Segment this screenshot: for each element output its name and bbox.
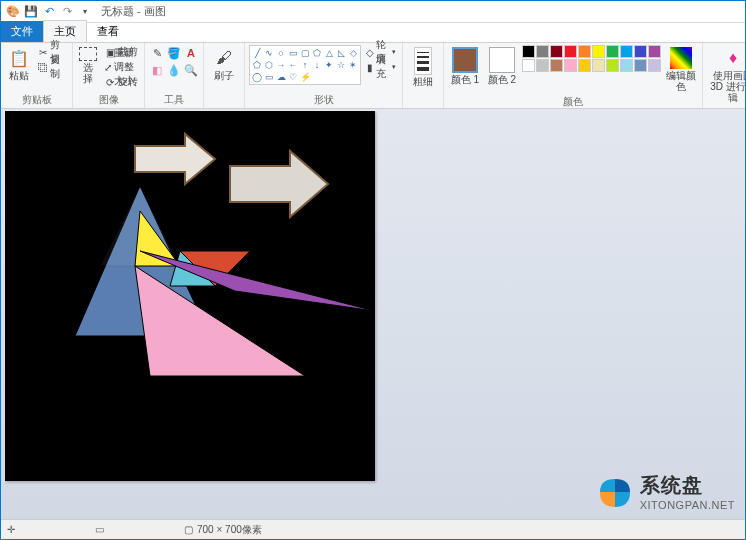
text-tool[interactable]: A — [183, 45, 199, 61]
group-label: 形状 — [314, 93, 334, 107]
color2-button[interactable]: 颜色 2 — [485, 45, 519, 87]
clipboard-icon: 📋 — [8, 47, 30, 69]
palette-color[interactable] — [606, 45, 619, 58]
shape-oval[interactable]: ○ — [275, 47, 287, 59]
watermark-logo — [596, 473, 634, 511]
group-brushes: 🖌 刷子 — [204, 43, 245, 108]
palette-color[interactable] — [592, 59, 605, 72]
shape-pentagon[interactable]: ⬠ — [251, 59, 263, 71]
arrow-2 — [230, 151, 328, 217]
palette-color[interactable] — [522, 59, 535, 72]
select-button[interactable]: 选择 — [77, 45, 99, 86]
palette-color[interactable] — [620, 59, 633, 72]
copy-icon: ⿻ — [38, 61, 48, 73]
group-image: 选择 ▣裁剪 ⤢重新调整大小 ⟳旋转 图像 — [73, 43, 145, 108]
eraser-tool[interactable]: ◧ — [149, 62, 165, 78]
thickness-button[interactable]: 粗细 — [407, 45, 439, 89]
shape-rtriangle[interactable]: ◺ — [335, 47, 347, 59]
shape-lightning[interactable]: ⚡ — [299, 71, 311, 83]
watermark-text: 系统盘 — [640, 472, 735, 499]
color1-swatch — [452, 47, 478, 73]
shape-darrow[interactable]: ↓ — [311, 59, 323, 71]
shape-rarrow[interactable]: → — [275, 59, 287, 71]
palette-color[interactable] — [578, 45, 591, 58]
app-icon: 🎨 — [5, 4, 21, 20]
redo-icon[interactable]: ↷ — [59, 4, 75, 20]
save-icon[interactable]: 💾 — [23, 4, 39, 20]
palette-color[interactable] — [536, 45, 549, 58]
shape-uarrow[interactable]: ↑ — [299, 59, 311, 71]
watermark: 系统盘 XITONGPAN.NET — [596, 472, 735, 511]
shape-line[interactable]: ╱ — [251, 47, 263, 59]
paste-button[interactable]: 📋 粘贴 — [5, 45, 33, 83]
canvas[interactable] — [5, 111, 375, 481]
shape-star5[interactable]: ☆ — [335, 59, 347, 71]
copy-button[interactable]: ⿻复制 — [36, 60, 68, 74]
paint3d-button[interactable]: ♦ 使用画图 3D 进行编辑 — [707, 45, 746, 105]
shape-heart[interactable]: ♡ — [287, 71, 299, 83]
pencil-tool[interactable]: ✎ — [149, 45, 165, 61]
undo-icon[interactable]: ↶ — [41, 4, 57, 20]
shape-rect[interactable]: ▭ — [287, 47, 299, 59]
palette-color[interactable] — [522, 45, 535, 58]
palette-color[interactable] — [564, 59, 577, 72]
picker-tool[interactable]: 💧 — [166, 62, 182, 78]
window-title: 无标题 - 画图 — [101, 4, 166, 19]
shape-callout-rect[interactable]: ▭ — [263, 71, 275, 83]
palette-color[interactable] — [606, 59, 619, 72]
quick-access-toolbar: 🎨 💾 ↶ ↷ ▾ — [5, 4, 93, 20]
palette-color[interactable] — [550, 45, 563, 58]
color1-button[interactable]: 颜色 1 — [448, 45, 482, 87]
titlebar: 🎨 💾 ↶ ↷ ▾ 无标题 - 画图 — [1, 1, 745, 23]
shape-star6[interactable]: ✶ — [347, 59, 359, 71]
palette-color[interactable] — [620, 45, 633, 58]
selection-icon: ▭ — [95, 524, 104, 535]
tab-view[interactable]: 查看 — [87, 21, 129, 42]
group-tools: ✎ 🪣 A ◧ 💧 🔍 工具 — [145, 43, 204, 108]
fill-tool[interactable]: 🪣 — [166, 45, 182, 61]
palette-color[interactable] — [578, 59, 591, 72]
palette-color[interactable] — [634, 45, 647, 58]
brushes-button[interactable]: 🖌 刷子 — [208, 45, 240, 83]
shapes-gallery[interactable]: ╱∿○▭▢⬠△◺◇ ⬠⬡→←↑↓✦☆✶ ◯▭☁♡⚡ — [249, 45, 361, 85]
edit-colors-button[interactable]: 编辑颜色 — [664, 45, 698, 94]
palette-color[interactable] — [592, 45, 605, 58]
tab-file[interactable]: 文件 — [1, 21, 43, 42]
group-clipboard: 📋 粘贴 ✂剪切 ⿻复制 剪贴板 — [1, 43, 73, 108]
qat-dropdown-icon[interactable]: ▾ — [77, 4, 93, 20]
shape-diamond[interactable]: ◇ — [347, 47, 359, 59]
fill-button[interactable]: ▮填充▾ — [364, 60, 398, 74]
shape-star4[interactable]: ✦ — [323, 59, 335, 71]
shape-larrow[interactable]: ← — [287, 59, 299, 71]
rotate-button[interactable]: ⟳旋转 — [102, 75, 140, 89]
shape-curve[interactable]: ∿ — [263, 47, 275, 59]
fillbucket-icon: ▮ — [366, 61, 374, 73]
palette-color[interactable] — [634, 59, 647, 72]
shape-triangle[interactable]: △ — [323, 47, 335, 59]
group-label: 工具 — [164, 93, 184, 107]
shape-polygon[interactable]: ⬠ — [311, 47, 323, 59]
zoom-tool[interactable]: 🔍 — [183, 62, 199, 78]
selection-size: ▭ — [95, 524, 104, 535]
palette-color[interactable] — [648, 59, 661, 72]
palette-color[interactable] — [536, 59, 549, 72]
outline-icon: ◇ — [366, 46, 374, 58]
shape-callout-cloud[interactable]: ☁ — [275, 71, 287, 83]
rotate-icon: ⟳ — [104, 76, 116, 88]
palette-color[interactable] — [648, 45, 661, 58]
group-thickness: 粗细 — [403, 43, 444, 108]
shape-roundrect[interactable]: ▢ — [299, 47, 311, 59]
color-palette — [522, 45, 661, 72]
select-icon — [79, 47, 97, 61]
tool-grid: ✎ 🪣 A ◧ 💧 🔍 — [149, 45, 199, 78]
shape-callout-round[interactable]: ◯ — [251, 71, 263, 83]
palette-color[interactable] — [564, 45, 577, 58]
ribbon-tabs: 文件 主页 查看 — [1, 23, 745, 43]
canvas-size: ▢700 × 700像素 — [184, 523, 262, 537]
group-label: 颜色 — [563, 95, 583, 109]
ribbon: 📋 粘贴 ✂剪切 ⿻复制 剪贴板 选择 ▣裁剪 ⤢重新调整大小 ⟳旋转 图像 — [1, 43, 745, 109]
canvas-area[interactable] — [5, 111, 741, 517]
palette-color[interactable] — [550, 59, 563, 72]
shape-hexagon[interactable]: ⬡ — [263, 59, 275, 71]
resize-button[interactable]: ⤢重新调整大小 — [102, 60, 140, 74]
